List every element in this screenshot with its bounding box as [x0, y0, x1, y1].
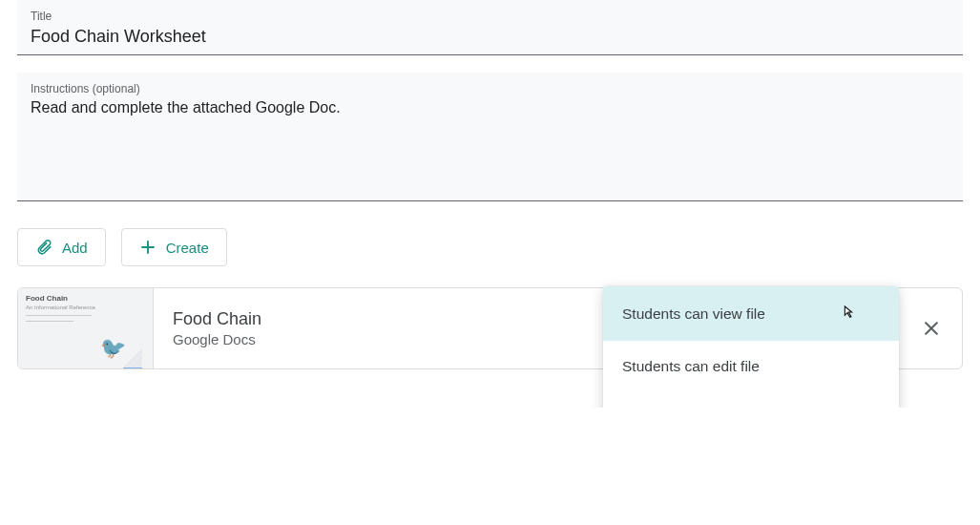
title-label: Title — [31, 10, 949, 23]
permission-view-label: Students can view file — [622, 305, 765, 323]
attachment-title: Food Chain — [173, 309, 603, 329]
bird-icon: 🐦 — [100, 336, 126, 361]
instructions-input[interactable]: Read and complete the attached Google Do… — [31, 99, 949, 116]
instructions-label: Instructions (optional) — [31, 82, 949, 95]
permission-menu: Students can view file Students can edit… — [603, 286, 899, 408]
plus-icon — [139, 239, 156, 256]
create-button[interactable]: Create — [121, 228, 227, 266]
attachment-source: Google Docs — [173, 331, 603, 347]
attachment-card: Food Chain An Informational Reference 🐦 … — [17, 287, 963, 369]
cursor-icon — [840, 304, 855, 324]
permission-edit-label: Students can edit file — [622, 358, 760, 375]
action-row: Add Create — [17, 228, 963, 266]
thumb-subtitle: An Informational Reference — [26, 304, 145, 310]
close-icon — [922, 319, 941, 338]
attachment-info[interactable]: Food Chain Google Docs — [154, 309, 603, 347]
permission-dropdown[interactable]: Students can view file Students can edit… — [603, 288, 899, 368]
add-label: Add — [62, 240, 88, 256]
title-input[interactable]: Food Chain Worksheet — [31, 27, 949, 47]
thumb-title: Food Chain — [26, 294, 145, 303]
title-field[interactable]: Title Food Chain Worksheet — [17, 0, 963, 55]
attachment-thumbnail[interactable]: Food Chain An Informational Reference 🐦 — [18, 288, 154, 368]
remove-attachment-button[interactable] — [912, 309, 950, 347]
paperclip-icon — [35, 238, 52, 257]
permission-option-edit[interactable]: Students can edit file — [603, 341, 899, 392]
doc-corner-icon — [123, 349, 142, 368]
permission-option-copy[interactable]: Make a copy for each student — [603, 392, 899, 408]
add-button[interactable]: Add — [17, 228, 106, 266]
permission-option-view[interactable]: Students can view file — [603, 286, 899, 341]
instructions-field[interactable]: Instructions (optional) Read and complet… — [17, 73, 963, 201]
create-label: Create — [166, 240, 209, 256]
